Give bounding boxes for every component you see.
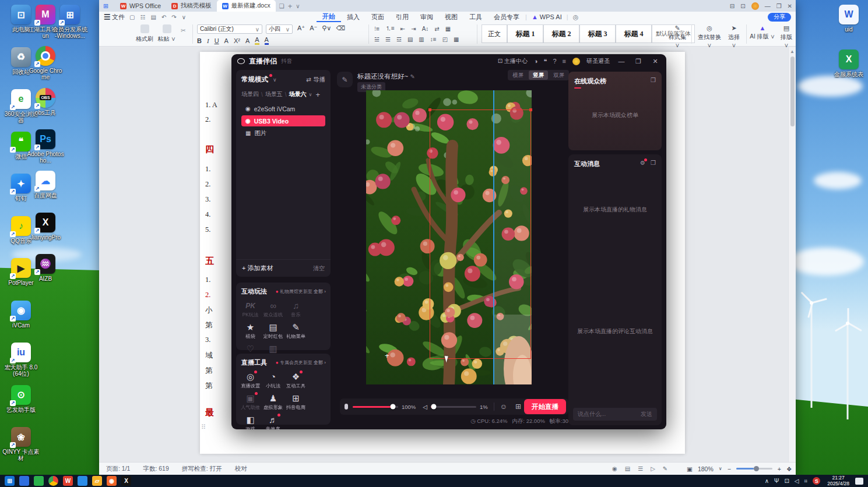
- taskbar-wps[interactable]: W: [63, 476, 73, 486]
- font-name-select[interactable]: Calibri (正文)∨: [197, 24, 262, 34]
- paragraph-drag-handle[interactable]: ⠿: [201, 424, 206, 431]
- viewers-title[interactable]: 在线观众榜: [574, 77, 606, 86]
- font-button-7[interactable]: A: [265, 36, 269, 45]
- scroll-up-arrow[interactable]: ▲: [789, 49, 796, 54]
- file-menu[interactable]: ☰ 文件: [99, 13, 129, 22]
- desktop-icon-艺发助手版[interactable]: ⊙↗艺发助手版: [2, 385, 40, 413]
- menu-页面[interactable]: 页面: [366, 13, 390, 22]
- quick-access-icon[interactable]: ▤: [150, 14, 156, 20]
- paragraph-tool-0[interactable]: ⁝≡: [374, 26, 379, 32]
- messages-title[interactable]: 互动消息: [574, 160, 600, 168]
- format-painter-button[interactable]: 格式刷: [135, 24, 154, 43]
- theme-icon[interactable]: ◑: [534, 58, 538, 65]
- view-mode-icon-2[interactable]: ☰: [638, 465, 643, 472]
- scene-tab-场景六[interactable]: 场景六: [289, 90, 307, 98]
- font-button-3[interactable]: A: [224, 37, 229, 44]
- layer-edge-guide[interactable]: [493, 90, 494, 384]
- mode-select[interactable]: 常规模式: [241, 75, 268, 84]
- paragraph-tool-5[interactable]: ↕≡: [430, 36, 437, 43]
- app-close-button[interactable]: ✕: [650, 58, 660, 65]
- cut-icon[interactable]: ✂: [181, 27, 186, 34]
- fullscreen-icon[interactable]: ❖: [786, 465, 792, 472]
- paragraph-tool-4[interactable]: A↕: [422, 26, 429, 32]
- view-mode-icon-1[interactable]: ▤: [625, 465, 630, 472]
- feature-音乐[interactable]: ♫音乐: [284, 300, 307, 317]
- font-button-4[interactable]: X²: [234, 37, 240, 44]
- anchor-center-link[interactable]: ⊡ 主播中心: [498, 57, 528, 65]
- play-section-more[interactable]: ● 礼物展馆更新至 全部 ›: [276, 288, 326, 295]
- mode-caret-icon[interactable]: ∨: [273, 77, 277, 83]
- clear-button[interactable]: 清空: [313, 264, 325, 273]
- paragraph-tool-5[interactable]: ⇄: [434, 26, 439, 32]
- taskbar-app-green[interactable]: [34, 476, 44, 486]
- quick-access-icon[interactable]: ▢: [129, 14, 135, 20]
- wps-ai-menu[interactable]: ▲ WPS AI: [532, 13, 562, 20]
- speaker-volume-slider[interactable]: [431, 406, 476, 408]
- paragraph-tool-4[interactable]: ▥: [419, 36, 424, 43]
- screen-mode-双屏[interactable]: 双屏: [549, 70, 568, 80]
- menu-icon[interactable]: ≡: [563, 58, 566, 65]
- view-mode-icon-4[interactable]: ✎: [663, 465, 667, 472]
- quick-access-icon[interactable]: ↶: [161, 14, 166, 20]
- tools-section-more[interactable]: ● 专属会员更新至 全部 ›: [276, 359, 326, 366]
- fit-page-icon[interactable]: ▣: [687, 465, 693, 472]
- desktop-icon-AIZB[interactable]: ♒↗AIZB: [27, 254, 64, 282]
- font-button-6[interactable]: A: [255, 36, 259, 45]
- messages-popout-icon[interactable]: ❐: [651, 160, 656, 166]
- popout-icon[interactable]: ❐: [651, 77, 656, 83]
- paragraph-tool-2[interactable]: ☲: [396, 36, 402, 43]
- feature-虚拟形象[interactable]: ♟虚拟形象: [262, 393, 284, 410]
- zoom-slider[interactable]: [736, 468, 772, 470]
- source-USB3-Video[interactable]: ◉USB3 Video: [241, 115, 325, 126]
- paragraph-tool-1[interactable]: ⒈≡: [385, 24, 395, 33]
- wps-tab-1[interactable]: D找稿壳模板: [166, 0, 217, 12]
- taskbar-chrome[interactable]: [48, 476, 58, 486]
- paragraph-tool-0[interactable]: ☱: [374, 36, 379, 43]
- tray-chevron-icon[interactable]: ∧: [765, 478, 769, 484]
- desktop-icon-会员分发系统Wind[interactable]: ⊞↗会员分发系统 -Windows...: [51, 5, 89, 39]
- font-button-5[interactable]: A: [245, 37, 249, 44]
- style-标题 2[interactable]: 标题 2: [543, 24, 579, 43]
- desktop-icon-GoogleChro[interactable]: ↗Google Chrome: [27, 46, 64, 80]
- director-button[interactable]: ⇄ 导播: [306, 76, 325, 84]
- desktop-icon-宏天助手8064位[interactable]: iu↗宏天助手 8.0(64位): [2, 343, 40, 377]
- feature-抖音电商[interactable]: ⊞抖音电商: [284, 393, 307, 410]
- mic-volume-slider[interactable]: [353, 406, 398, 408]
- paste-button[interactable]: 粘贴 ∨: [157, 24, 176, 43]
- feature-音效库[interactable]: ♬音效库: [262, 414, 284, 429]
- layout-icon[interactable]: ⊟: [730, 3, 735, 9]
- zoom-in-button[interactable]: +: [778, 465, 781, 472]
- paragraph-tool-3[interactable]: ⇥: [411, 26, 416, 32]
- tray-mic-icon[interactable]: Ψ: [774, 478, 779, 484]
- style-标题 1[interactable]: 标题 1: [507, 24, 543, 43]
- paragraph-tool-6[interactable]: ▦: [445, 26, 451, 32]
- feedback-icon[interactable]: ❝: [544, 58, 547, 65]
- status-1[interactable]: 字数: 619: [143, 465, 168, 473]
- feature-小玩法[interactable]: ◔小玩法: [262, 371, 284, 389]
- account-avatar[interactable]: [751, 2, 759, 10]
- app-minimize-button[interactable]: —: [616, 58, 627, 65]
- start-live-button[interactable]: 开始直播: [524, 399, 566, 414]
- edit-title-card[interactable]: ✎: [337, 72, 353, 87]
- notification-center-icon[interactable]: [855, 478, 863, 485]
- menu-工具[interactable]: 工具: [463, 13, 488, 22]
- screen-mode-横屏[interactable]: 横屏: [508, 70, 528, 80]
- scene-caret-icon[interactable]: ∨: [309, 92, 312, 97]
- video-preview[interactable]: +: [366, 90, 532, 384]
- style-标题 3[interactable]: 标题 3: [579, 24, 616, 43]
- source-图片[interactable]: ▦图片: [241, 128, 325, 139]
- help-icon[interactable]: ?: [553, 58, 556, 65]
- status-0[interactable]: 页面: 1/1: [106, 465, 130, 473]
- scene-tab-场景五[interactable]: 场景五: [265, 90, 283, 98]
- ai-layout-button[interactable]: ▲AI 排版 ∨: [750, 24, 775, 41]
- font-size-select[interactable]: 小四∨: [266, 24, 293, 34]
- taskbar-folder[interactable]: ▱: [92, 476, 102, 486]
- stream-title[interactable]: 标题还没有想好~ ✎: [357, 72, 415, 81]
- taskbar-app-blue[interactable]: [19, 476, 29, 486]
- add-material-button[interactable]: + 添加素材: [242, 264, 273, 273]
- feature-福袋[interactable]: ★福袋: [239, 322, 262, 339]
- vertical-scrollbar[interactable]: ▲: [788, 47, 796, 462]
- menu-引用[interactable]: 引用: [390, 13, 414, 22]
- style-标题 4[interactable]: 标题 4: [616, 24, 652, 43]
- window-close-button[interactable]: ✕: [788, 3, 792, 9]
